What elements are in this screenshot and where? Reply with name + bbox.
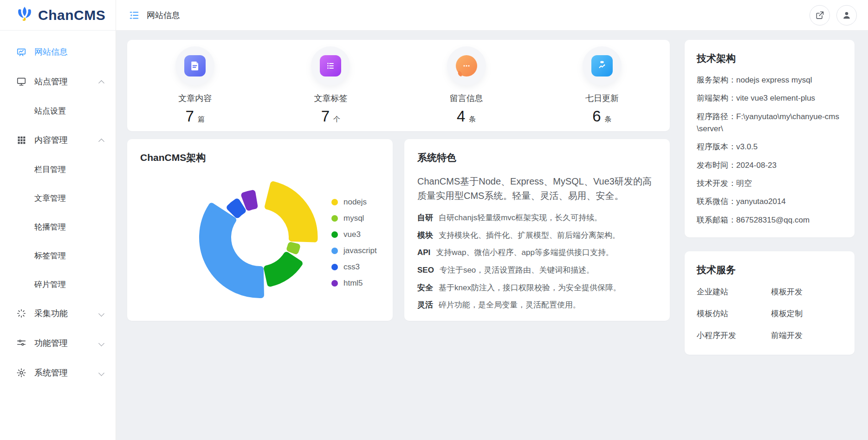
logo[interactable]: ChanCMS	[0, 0, 116, 31]
sidebar-item-label: 标签管理	[34, 250, 66, 261]
row-label: 服务架构：	[697, 76, 736, 84]
chevron-up-icon	[98, 80, 104, 86]
tech-arch-row: 发布时间：2024-08-23	[697, 159, 842, 172]
grid-icon	[16, 134, 27, 146]
sidebar-item-site-settings[interactable]: 站点设置	[0, 96, 116, 125]
legend-item[interactable]: mysql	[331, 210, 377, 226]
tech-arch-row: 联系邮箱：867528315@qq.com	[697, 214, 842, 226]
row-label: 程序版本：	[697, 142, 736, 151]
dashboard-board-icon	[16, 46, 27, 57]
tech-arch-row: 技术开发：明空	[697, 178, 842, 190]
stat-value: 7	[185, 108, 194, 125]
sidebar-item-label: 网站信息	[34, 46, 68, 57]
sidebar-item-site-manage[interactable]: 站点管理	[0, 67, 116, 96]
row-label: 发布时间：	[697, 161, 736, 170]
feature-tag: 模块	[417, 230, 433, 242]
row-label: 技术开发：	[697, 179, 736, 188]
feature-row: 模块 支持模块化、插件化、扩展模型、前后端分离架构。	[417, 230, 657, 242]
feature-row: SEO 专注于seo，灵活设置路由、关键词和描述。	[417, 265, 657, 276]
legend-dot	[331, 215, 338, 222]
monitor-icon	[16, 76, 27, 87]
stat-label: 七日更新	[585, 93, 619, 104]
sidebar-fold-icon[interactable]	[129, 10, 140, 21]
sidebar-item-site-info[interactable]: 网站信息	[0, 37, 116, 67]
stat-unit: 个	[333, 115, 340, 124]
stats-panel: 文章内容 7 篇	[127, 40, 670, 131]
feature-row: API 支持wap、微信小程序、app等多端提供接口支持。	[417, 247, 657, 259]
breadcrumb[interactable]: 网站信息	[147, 10, 180, 21]
logo-icon	[16, 6, 33, 25]
row-value: 867528315@qq.com	[736, 216, 810, 224]
feature-tag: API	[417, 247, 430, 259]
sidebar-item-label: 栏目管理	[34, 164, 66, 175]
chevron-up-icon	[98, 138, 104, 144]
legend-item[interactable]: vue3	[331, 226, 377, 242]
legend-label: nodejs	[343, 198, 367, 207]
document-icon	[184, 55, 206, 77]
sidebar-item-label: 站点管理	[34, 76, 68, 87]
sidebar-item-article-manage[interactable]: 文章管理	[0, 184, 116, 212]
sidebar-item-carousel-manage[interactable]: 轮播管理	[0, 212, 116, 241]
stat-value: 4	[457, 108, 465, 125]
header-actions	[810, 5, 857, 26]
sidebar-item-tag-manage[interactable]: 标签管理	[0, 241, 116, 270]
row-value: v3.0.5	[736, 142, 758, 151]
legend-item[interactable]: css3	[331, 259, 377, 275]
user-avatar-button[interactable]	[836, 5, 857, 26]
tag-list-icon	[320, 55, 341, 77]
tech-arch-row: 程序路径：F:\yanyutao\my\chanyue-cms\server\	[697, 111, 842, 135]
stat-value: 6	[592, 108, 601, 125]
service-item: 模板定制	[771, 308, 842, 319]
sidebar-item-content-manage[interactable]: 内容管理	[0, 125, 116, 155]
top-header: 网站信息	[116, 0, 868, 31]
feature-tag: 灵活	[417, 300, 433, 311]
features-title: 系统特色	[417, 151, 657, 164]
sidebar-item-label: 功能管理	[34, 338, 68, 349]
chat-bubble-icon	[456, 55, 477, 77]
legend-label: html5	[343, 279, 363, 288]
legend-item[interactable]: html5	[331, 275, 377, 291]
stat-article-content: 文章内容 7 篇	[175, 46, 214, 125]
feature-tag: 自研	[417, 212, 433, 224]
feature-text: 碎片功能，是全局变量，灵活配置使用。	[439, 300, 581, 311]
stat-label: 文章标签	[314, 93, 347, 104]
main-content: 文章内容 7 篇	[116, 31, 868, 440]
sidebar-item-fragment-manage[interactable]: 碎片管理	[0, 270, 116, 299]
chart-title: ChanCMS架构	[140, 151, 380, 164]
sidebar-item-collect[interactable]: 采集功能	[0, 299, 116, 328]
sliders-icon	[16, 338, 27, 349]
stat-weekly-updates: 七日更新 6 条	[583, 46, 622, 125]
legend-dot	[331, 199, 338, 205]
features-list: 自研 自研chanjs轻量级mvc框架实现，长久可持续。 模块 支持模块化、插件…	[417, 212, 657, 311]
tech-service-grid: 企业建站 模板开发 模板仿站 模板定制 小程序开发 前端开发	[697, 287, 842, 341]
row-value: 明空	[736, 179, 752, 188]
chevron-down-icon	[98, 311, 104, 317]
row-label: 程序路径：	[697, 112, 736, 121]
stat-label: 留言信息	[450, 93, 483, 104]
architecture-chart-card: ChanCMS架构 nodejs mysql vue3 javascript c…	[127, 139, 393, 321]
row-value: nodejs express mysql	[736, 76, 812, 84]
legend-item[interactable]: javascript	[331, 242, 377, 259]
sidebar-item-column-manage[interactable]: 栏目管理	[0, 155, 116, 184]
feature-row: 自研 自研chanjs轻量级mvc框架实现，长久可持续。	[417, 212, 657, 224]
service-item: 小程序开发	[697, 330, 771, 341]
stat-unit: 篇	[198, 115, 205, 124]
legend-item[interactable]: nodejs	[331, 194, 377, 210]
legend-dot	[331, 280, 338, 287]
external-link-button[interactable]	[810, 5, 830, 26]
sidebar-item-label: 系统管理	[34, 367, 68, 378]
service-item: 模板仿站	[697, 308, 771, 319]
app-layout: ChanCMS 网站信息 站点管理	[0, 0, 868, 440]
stat-unit: 条	[469, 115, 476, 124]
tech-arch-rows: 服务架构：nodejs express mysql 前端架构：vite vue3…	[697, 74, 842, 226]
row-label: 联系邮箱：	[697, 216, 736, 224]
sidebar-item-label: 站点设置	[34, 106, 66, 116]
stat-unit: 条	[605, 115, 612, 124]
sidebar-item-system-manage[interactable]: 系统管理	[0, 358, 116, 388]
sidebar-item-label: 轮播管理	[34, 222, 66, 232]
stat-circle	[311, 46, 350, 85]
sidebar-menu: 网站信息 站点管理 站点设置	[0, 31, 116, 388]
sidebar-item-label: 碎片管理	[34, 279, 66, 290]
service-item: 企业建站	[697, 287, 771, 297]
sidebar-item-function-manage[interactable]: 功能管理	[0, 328, 116, 358]
